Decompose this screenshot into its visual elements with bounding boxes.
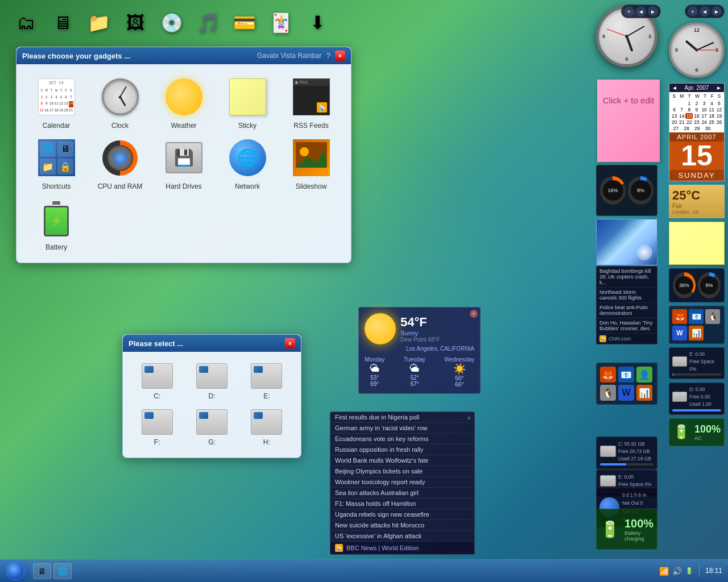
rs-cal-header-row: SMTWTFS xyxy=(671,93,723,100)
drive-c-fill xyxy=(600,463,626,465)
rs-firefox-icon[interactable]: 🦊 xyxy=(672,309,687,324)
rs-email-icon[interactable]: 📧 xyxy=(689,309,704,324)
news-close-button[interactable]: × xyxy=(467,414,471,422)
rs-cal-next[interactable]: ► xyxy=(716,85,722,91)
news-item-6[interactable]: Woolmer toxicology report ready xyxy=(330,477,474,488)
gadget-dialog: Please choose your gadgets ... Gavatx Vi… xyxy=(16,47,351,263)
app-icon-word[interactable]: W xyxy=(618,385,634,401)
news-item-8[interactable]: F1: Massa holds off Hamilton xyxy=(330,498,474,509)
drive-icon-c xyxy=(142,363,173,389)
drive-item-f[interactable]: F: xyxy=(134,409,180,446)
drive-e-free: Free Space 0% xyxy=(618,481,652,488)
toolbar-icon-folder[interactable]: 🗂 xyxy=(11,8,41,38)
rs-cal-row1: 1 2 3 4 5 xyxy=(671,101,723,106)
rs-drive-e-free: Free Space 0% xyxy=(689,359,714,372)
cnn-item-2[interactable]: Police beat anti-Putin demonstrators xyxy=(597,303,657,318)
taskbar-icon-explorer[interactable]: 🖥 xyxy=(33,563,51,579)
drive-item-h[interactable]: H: xyxy=(244,409,289,446)
news-item-11[interactable]: US 'excessive' in Afghan attack xyxy=(330,531,474,542)
rs-cal-prev[interactable]: ◄ xyxy=(672,85,677,91)
toolbar-icon-music[interactable]: 🎵 xyxy=(193,8,223,38)
app-icon-other[interactable]: 📊 xyxy=(636,385,652,401)
nav-plus-btn[interactable]: + xyxy=(624,6,634,16)
drive-e-label: E: 0.00 xyxy=(618,473,652,481)
nav2-next-btn[interactable]: ► xyxy=(712,6,722,16)
gadget-item-calendar[interactable]: OCT 14 S M T W T F S 1 2 3 4 5 6 7 8 xyxy=(28,76,85,130)
cnn-item-1[interactable]: Northeast storm cancels 300 flights xyxy=(597,288,657,303)
drive-label-d: D: xyxy=(208,392,215,400)
gadget-help-icon[interactable]: ? xyxy=(326,51,330,60)
toolbar-icon-monitor[interactable]: 🖥 xyxy=(48,8,77,38)
drive-item-c[interactable]: C: xyxy=(134,363,180,400)
gadget-item-slideshow[interactable]: Slideshow xyxy=(283,136,340,190)
rs-drive-d-bar xyxy=(672,409,721,411)
gadget-item-network[interactable]: 🌐 Network xyxy=(219,136,276,190)
battery-status: Battery xyxy=(624,530,653,536)
gadget-item-battery[interactable]: ⚡ Battery xyxy=(28,197,85,251)
nav-next-btn[interactable]: ► xyxy=(648,6,658,16)
gadget-brand: Gavatx Vista Rainbar xyxy=(257,52,321,60)
rs-ram-gauge: 8% xyxy=(698,272,721,298)
rs-cpu-gauge: 36% xyxy=(673,272,696,298)
taskbar-icon-browser[interactable]: 🌐 xyxy=(53,563,72,579)
nav-prev-btn[interactable]: ◄ xyxy=(636,6,646,16)
cnn-item-0[interactable]: Baghdad bombings kill 28; UK copters cra… xyxy=(597,267,657,288)
nav2-prev-btn[interactable]: ◄ xyxy=(700,6,710,16)
gadget-close-button[interactable]: × xyxy=(335,51,345,61)
toolbar-icon-disc[interactable]: 💿 xyxy=(157,8,187,38)
rs-tux-icon[interactable]: 🐧 xyxy=(705,309,720,324)
news-item-10[interactable]: New suicide attacks hit Morocco xyxy=(330,520,474,531)
battery-widget: 🔋 100% Battery charging xyxy=(596,509,657,550)
news-item-0[interactable]: First results due in Nigeria poll xyxy=(330,412,474,423)
news-item-7[interactable]: Sea lion attacks Australian girl xyxy=(330,488,474,498)
start-button[interactable] xyxy=(0,560,31,583)
app-icon-tux[interactable]: 🐧 xyxy=(600,385,616,401)
systray-volume-icon[interactable]: 🔊 xyxy=(672,567,682,576)
select-close-button[interactable]: × xyxy=(285,338,295,348)
rs-sticky-note[interactable] xyxy=(669,222,725,265)
gadget-item-cpu[interactable]: CPU and RAM xyxy=(92,136,148,190)
drive-e-icon xyxy=(600,475,616,487)
app-icon-firefox[interactable]: 🦊 xyxy=(600,367,616,383)
rs-word-icon[interactable]: W xyxy=(672,326,687,340)
gadget-item-weather[interactable]: Weather xyxy=(155,76,212,130)
gadget-item-sticky[interactable]: Sticky xyxy=(219,76,276,130)
rs-cpu-ram-widget: 36% 8% xyxy=(669,268,725,302)
drive-item-d[interactable]: D: xyxy=(189,363,234,400)
gadget-label-network: Network xyxy=(235,182,260,190)
drive-item-e[interactable]: E: xyxy=(244,363,289,400)
rs-weather-temp: 25°C xyxy=(672,188,721,203)
weather-sun-icon xyxy=(365,313,396,344)
rs-other-icon[interactable]: 📊 xyxy=(689,326,704,340)
gadget-item-harddrive[interactable]: 💾 Hard Drives xyxy=(155,136,212,190)
rs-drive-e-fill xyxy=(672,373,673,376)
news-item-3[interactable]: Russian opposition in fresh rally xyxy=(330,444,474,455)
news-item-2[interactable]: Ecuadoreans vote on key reforms xyxy=(330,434,474,444)
gadget-item-clock[interactable]: Clock xyxy=(92,76,148,130)
toolbar-icon-image[interactable]: 🖼 xyxy=(121,8,150,38)
battery-charging: charging xyxy=(624,536,653,542)
news-item-4[interactable]: World Bank mulls Wolfowitz's fate xyxy=(330,455,474,466)
gadget-item-shortcuts[interactable]: 🌐 🖥 📁 🔒 Shortcuts xyxy=(28,136,85,190)
systray-network-icon[interactable]: 📶 xyxy=(659,567,669,576)
gadget-icon-slideshow xyxy=(290,136,333,179)
gadget-item-rss[interactable]: ▣ RSS 📡 RSS Feeds xyxy=(283,76,340,130)
weather-condition: Sunny xyxy=(400,330,440,336)
toolbar-icon-card[interactable]: 💳 xyxy=(230,8,259,38)
news-item-1[interactable]: German army in 'racist video' row xyxy=(330,423,474,434)
toolbar-icon-folder2[interactable]: 📁 xyxy=(84,8,114,38)
toolbar-icon-cards[interactable]: 🃏 xyxy=(266,8,296,38)
forecast-tuesday: Tuesday 🌥 52° 67° xyxy=(404,356,425,388)
gadget-icon-sticky xyxy=(226,76,269,118)
drive-c-bar xyxy=(600,463,653,465)
app-icon-user[interactable]: 👤 xyxy=(636,367,652,383)
cnn-item-3[interactable]: Don Ho, Hawaiian 'Tiny Bubbles' crooner,… xyxy=(597,318,657,334)
toolbar-icon-down[interactable]: ⬇ xyxy=(303,8,332,38)
weather-close-button[interactable]: × xyxy=(470,310,478,318)
app-icon-email[interactable]: 📧 xyxy=(618,367,634,383)
drive-item-g[interactable]: G: xyxy=(189,409,234,446)
news-item-9[interactable]: Uganda rebels sign new ceasefire xyxy=(330,509,474,520)
rs-drive-d-label: D: 0.00 xyxy=(689,386,705,392)
news-item-5[interactable]: Beijing Olympics tickets on sale xyxy=(330,466,474,477)
nav2-plus-btn[interactable]: + xyxy=(688,6,698,16)
